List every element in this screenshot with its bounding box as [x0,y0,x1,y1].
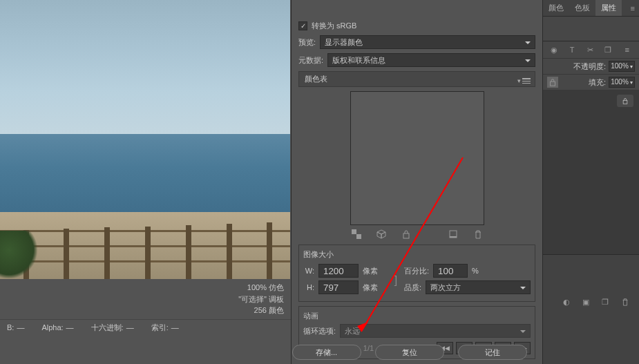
convert-srgb-label: 转换为 sRGB [312,21,356,31]
color-table-header: 颜色表 [298,71,535,87]
lock-all-icon[interactable] [547,77,558,88]
remember-button[interactable]: 记住 [458,345,527,360]
loop-dropdown[interactable]: 永远 [340,324,531,338]
svg-rect-2 [403,233,409,238]
tab-properties[interactable]: 属性 [595,0,622,16]
type-icon[interactable]: T [566,44,578,55]
quality-dropdown[interactable]: 两次立方 [426,280,531,294]
eyedropper-icon[interactable]: ◉ [549,44,560,55]
preview-label: 预览: [298,37,316,48]
preview-stats: 100% 仿色 "可选择" 调板 256 颜色 [0,279,291,319]
reset-button[interactable]: 复位 [375,345,444,360]
metadata-label: 元数据: [298,55,323,66]
convert-srgb-checkbox[interactable] [298,21,307,30]
width-input[interactable] [318,264,359,278]
svg-rect-4 [450,236,457,238]
transparency-grid-icon[interactable] [352,229,361,239]
new-swatch-icon[interactable] [448,229,458,239]
svg-rect-0 [352,229,356,234]
percent-input[interactable] [433,264,468,278]
tab-swatches[interactable]: 色板 [569,0,595,16]
cube-icon[interactable] [376,229,386,239]
trash-icon[interactable] [473,229,483,239]
height-input[interactable] [318,280,359,294]
image-size-title: 图像大小 [303,249,531,260]
fx-icon[interactable]: ◐ [563,298,573,307]
panel-menu2-icon[interactable]: ≡ [621,46,633,54]
svg-rect-7 [551,82,555,86]
image-preview [0,0,290,279]
svg-rect-8 [623,100,627,104]
delete-layer-icon[interactable] [621,298,631,307]
svg-rect-1 [356,234,361,239]
link-bracket-icon[interactable]: ] [393,264,399,297]
color-table-grid[interactable] [350,91,484,225]
color-table-menu-icon[interactable] [517,76,531,84]
animation-title: 动画 [303,311,531,321]
opacity-field[interactable]: 100% [609,61,635,72]
fill-field[interactable]: 100% [609,77,635,88]
info-bar: B:— Alpha:— 十六进制:— 索引:— [0,319,291,336]
lock-icon[interactable] [401,229,411,239]
metadata-dropdown[interactable]: 版权和联系信息 [327,53,535,67]
panel-menu-icon[interactable]: ≡ [627,4,639,12]
mask-icon[interactable]: ▣ [582,298,592,307]
place-icon[interactable]: ❐ [602,44,613,55]
new-layer-icon[interactable]: ❐ [602,298,611,307]
preview-dropdown[interactable]: 显示器颜色 [320,35,535,49]
layer-lock-icon[interactable] [617,95,633,107]
layers-empty-area [543,90,639,255]
save-button[interactable]: 存储... [292,345,361,360]
crop-icon[interactable]: ✂ [584,44,595,55]
tab-color[interactable]: 颜色 [543,0,569,16]
